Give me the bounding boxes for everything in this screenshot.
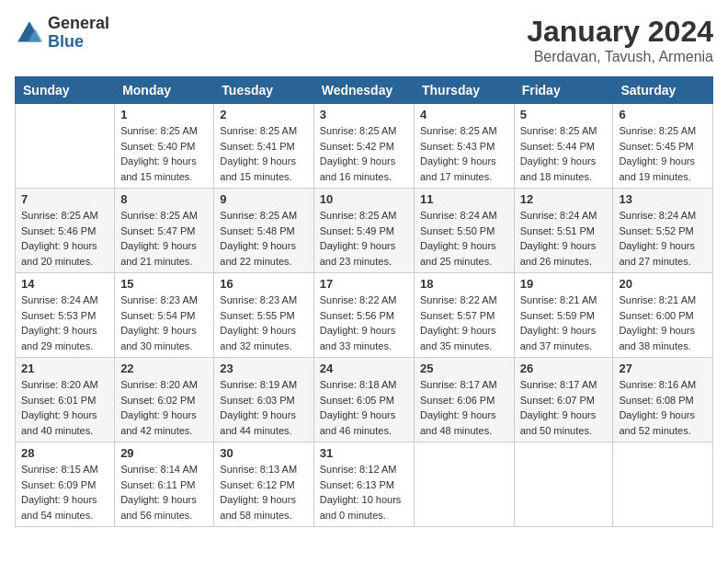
day-number: 23 (220, 362, 307, 375)
calendar-cell: 23Sunrise: 8:19 AM Sunset: 6:03 PM Dayli… (214, 358, 313, 442)
day-number: 22 (120, 362, 208, 375)
day-number: 25 (420, 362, 508, 375)
col-header-sunday: Sunday (16, 77, 115, 104)
logo-general: General (48, 15, 109, 33)
calendar-cell: 30Sunrise: 8:13 AM Sunset: 6:12 PM Dayli… (214, 442, 313, 527)
col-header-friday: Friday (514, 77, 613, 104)
calendar-week-row: 1Sunrise: 8:25 AM Sunset: 5:40 PM Daylig… (16, 104, 713, 189)
day-number: 9 (220, 192, 307, 206)
calendar-header-row: SundayMondayTuesdayWednesdayThursdayFrid… (16, 77, 713, 104)
calendar-cell (16, 104, 115, 189)
day-info: Sunrise: 8:25 AM Sunset: 5:48 PM Dayligh… (220, 208, 307, 269)
day-info: Sunrise: 8:25 AM Sunset: 5:40 PM Dayligh… (120, 123, 208, 184)
calendar-table: SundayMondayTuesdayWednesdayThursdayFrid… (15, 76, 713, 527)
day-info: Sunrise: 8:25 AM Sunset: 5:42 PM Dayligh… (320, 123, 408, 184)
day-info: Sunrise: 8:23 AM Sunset: 5:55 PM Dayligh… (220, 293, 307, 353)
calendar-cell: 5Sunrise: 8:25 AM Sunset: 5:44 PM Daylig… (514, 104, 613, 189)
day-info: Sunrise: 8:25 AM Sunset: 5:41 PM Dayligh… (220, 123, 307, 184)
calendar-cell (415, 442, 515, 527)
day-info: Sunrise: 8:18 AM Sunset: 6:05 PM Dayligh… (320, 377, 408, 438)
calendar-cell: 28Sunrise: 8:15 AM Sunset: 6:09 PM Dayli… (16, 442, 115, 527)
day-number: 8 (120, 192, 208, 206)
calendar-cell: 1Sunrise: 8:25 AM Sunset: 5:40 PM Daylig… (115, 104, 214, 189)
day-info: Sunrise: 8:20 AM Sunset: 6:02 PM Dayligh… (120, 377, 208, 438)
col-header-thursday: Thursday (415, 77, 515, 104)
logo: General Blue (15, 15, 109, 52)
calendar-cell (514, 442, 613, 527)
col-header-tuesday: Tuesday (214, 77, 313, 104)
day-number: 7 (21, 192, 108, 206)
calendar-cell: 17Sunrise: 8:22 AM Sunset: 5:56 PM Dayli… (313, 273, 414, 358)
day-info: Sunrise: 8:25 AM Sunset: 5:49 PM Dayligh… (320, 208, 408, 269)
day-info: Sunrise: 8:24 AM Sunset: 5:53 PM Dayligh… (21, 293, 108, 353)
calendar-cell: 24Sunrise: 8:18 AM Sunset: 6:05 PM Dayli… (313, 358, 414, 442)
day-info: Sunrise: 8:17 AM Sunset: 6:07 PM Dayligh… (520, 377, 608, 438)
calendar-cell: 15Sunrise: 8:23 AM Sunset: 5:54 PM Dayli… (115, 273, 214, 358)
logo-icon (15, 18, 44, 48)
day-number: 18 (420, 277, 508, 291)
calendar-cell: 4Sunrise: 8:25 AM Sunset: 5:43 PM Daylig… (415, 104, 515, 189)
day-info: Sunrise: 8:21 AM Sunset: 6:00 PM Dayligh… (619, 293, 707, 353)
day-info: Sunrise: 8:25 AM Sunset: 5:47 PM Dayligh… (120, 208, 208, 269)
calendar-cell: 18Sunrise: 8:22 AM Sunset: 5:57 PM Dayli… (415, 273, 515, 358)
day-info: Sunrise: 8:12 AM Sunset: 6:13 PM Dayligh… (320, 462, 408, 523)
col-header-saturday: Saturday (613, 77, 713, 104)
day-info: Sunrise: 8:20 AM Sunset: 6:01 PM Dayligh… (21, 377, 108, 438)
day-info: Sunrise: 8:13 AM Sunset: 6:12 PM Dayligh… (220, 462, 307, 523)
calendar-cell: 8Sunrise: 8:25 AM Sunset: 5:47 PM Daylig… (115, 189, 214, 273)
day-number: 11 (420, 192, 508, 206)
calendar-cell: 10Sunrise: 8:25 AM Sunset: 5:49 PM Dayli… (313, 189, 414, 273)
col-header-monday: Monday (115, 77, 214, 104)
calendar-cell: 31Sunrise: 8:12 AM Sunset: 6:13 PM Dayli… (313, 442, 414, 527)
day-number: 24 (320, 362, 408, 375)
day-number: 30 (220, 446, 307, 460)
day-info: Sunrise: 8:15 AM Sunset: 6:09 PM Dayligh… (21, 462, 108, 523)
calendar-week-row: 14Sunrise: 8:24 AM Sunset: 5:53 PM Dayli… (16, 273, 713, 358)
day-number: 2 (220, 108, 307, 121)
day-number: 16 (220, 277, 307, 291)
day-info: Sunrise: 8:14 AM Sunset: 6:11 PM Dayligh… (120, 462, 208, 523)
day-info: Sunrise: 8:23 AM Sunset: 5:54 PM Dayligh… (120, 293, 208, 353)
day-info: Sunrise: 8:25 AM Sunset: 5:45 PM Dayligh… (619, 123, 707, 184)
calendar-cell: 19Sunrise: 8:21 AM Sunset: 5:59 PM Dayli… (514, 273, 613, 358)
day-number: 13 (619, 192, 707, 206)
location-subtitle: Berdavan, Tavush, Armenia (527, 49, 713, 65)
calendar-cell: 29Sunrise: 8:14 AM Sunset: 6:11 PM Dayli… (115, 442, 214, 527)
calendar-cell: 3Sunrise: 8:25 AM Sunset: 5:42 PM Daylig… (313, 104, 414, 189)
month-year-title: January 2024 (527, 15, 713, 49)
day-number: 26 (520, 362, 608, 375)
calendar-cell: 7Sunrise: 8:25 AM Sunset: 5:46 PM Daylig… (16, 189, 115, 273)
day-info: Sunrise: 8:17 AM Sunset: 6:06 PM Dayligh… (420, 377, 508, 438)
day-number: 3 (320, 108, 408, 121)
calendar-cell: 2Sunrise: 8:25 AM Sunset: 5:41 PM Daylig… (214, 104, 313, 189)
calendar-cell: 22Sunrise: 8:20 AM Sunset: 6:02 PM Dayli… (115, 358, 214, 442)
title-block: January 2024 Berdavan, Tavush, Armenia (527, 15, 713, 65)
day-number: 12 (520, 192, 608, 206)
day-info: Sunrise: 8:22 AM Sunset: 5:56 PM Dayligh… (320, 293, 408, 353)
day-number: 6 (619, 108, 707, 121)
day-info: Sunrise: 8:19 AM Sunset: 6:03 PM Dayligh… (220, 377, 307, 438)
day-info: Sunrise: 8:22 AM Sunset: 5:57 PM Dayligh… (420, 293, 508, 353)
calendar-cell: 16Sunrise: 8:23 AM Sunset: 5:55 PM Dayli… (214, 273, 313, 358)
day-info: Sunrise: 8:24 AM Sunset: 5:50 PM Dayligh… (420, 208, 508, 269)
day-number: 29 (120, 446, 208, 460)
calendar-cell (613, 442, 713, 527)
day-info: Sunrise: 8:25 AM Sunset: 5:43 PM Dayligh… (420, 123, 508, 184)
col-header-wednesday: Wednesday (313, 77, 414, 104)
day-number: 10 (320, 192, 408, 206)
calendar-week-row: 28Sunrise: 8:15 AM Sunset: 6:09 PM Dayli… (16, 442, 713, 527)
calendar-cell: 27Sunrise: 8:16 AM Sunset: 6:08 PM Dayli… (613, 358, 713, 442)
page-header: General Blue January 2024 Berdavan, Tavu… (15, 15, 713, 65)
day-info: Sunrise: 8:24 AM Sunset: 5:51 PM Dayligh… (520, 208, 608, 269)
day-info: Sunrise: 8:16 AM Sunset: 6:08 PM Dayligh… (619, 377, 707, 438)
day-number: 31 (320, 446, 408, 460)
day-info: Sunrise: 8:25 AM Sunset: 5:44 PM Dayligh… (520, 123, 608, 184)
calendar-cell: 14Sunrise: 8:24 AM Sunset: 5:53 PM Dayli… (16, 273, 115, 358)
calendar-cell: 11Sunrise: 8:24 AM Sunset: 5:50 PM Dayli… (415, 189, 515, 273)
day-number: 4 (420, 108, 508, 121)
day-info: Sunrise: 8:25 AM Sunset: 5:46 PM Dayligh… (21, 208, 108, 269)
calendar-week-row: 7Sunrise: 8:25 AM Sunset: 5:46 PM Daylig… (16, 189, 713, 273)
day-number: 28 (21, 446, 108, 460)
logo-text: General Blue (48, 15, 109, 52)
calendar-cell: 6Sunrise: 8:25 AM Sunset: 5:45 PM Daylig… (613, 104, 713, 189)
